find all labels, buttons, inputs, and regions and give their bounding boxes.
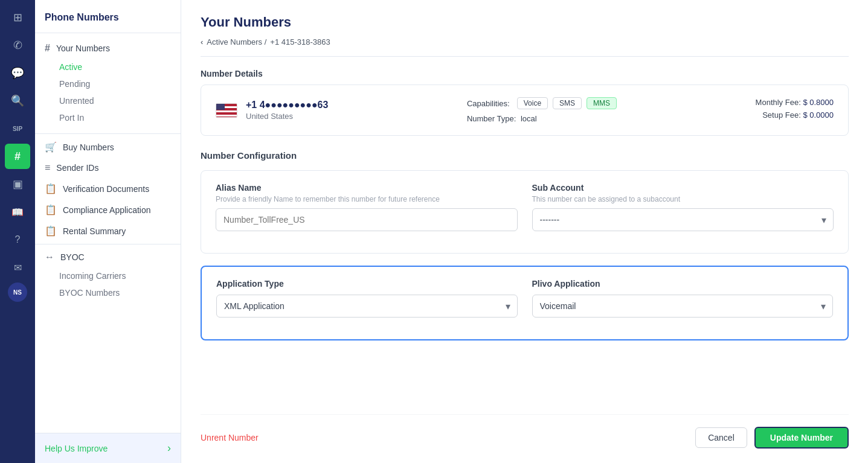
sip-icon[interactable]: SIP [5,116,30,141]
phone-number-text: +1 4●●●●●●●●●63 [246,100,328,110]
number-info: +1 4●●●●●●●●●63 United States [216,100,328,121]
config-row-1: Alias Name Provide a friendly Name to re… [216,183,834,231]
number-details-label: Number Details [201,69,849,78]
alias-name-label: Alias Name [216,183,518,193]
sidebar-label-sender-ids: Sender IDs [56,163,98,173]
cancel-button[interactable]: Cancel [695,427,747,448]
sidebar-label-compliance-application: Compliance Application [63,205,151,215]
sub-account-field: Sub Account This number can be assigned … [532,183,834,231]
sidebar-item-buy-numbers[interactable]: 🛒 Buy Numbers [35,136,181,158]
alias-name-desc: Provide a friendly Name to remember this… [216,195,518,203]
breadcrumb-chevron[interactable]: ‹ [201,37,203,46]
number-type-value: local [521,114,537,123]
chat-icon[interactable]: 💬 [5,60,30,86]
doc-icon: 📋 [45,183,57,194]
application-type-label: Application Type [216,279,518,289]
senderid-icon: ≡ [45,162,50,173]
sidebar-title: Phone Numbers [35,0,181,33]
cart-icon: 🛒 [45,141,57,153]
phone-icon[interactable]: ✆ [5,33,30,58]
book-icon[interactable]: 📖 [5,199,30,225]
number-type-row: Number Type: local [467,114,617,123]
mail-icon[interactable]: ✉ [5,255,30,280]
sidebar-label-rental-summary: Rental Summary [63,226,126,236]
sub-account-select-wrapper: ------- [532,208,834,231]
application-type-field: Application Type XML Application HTTP SI… [216,279,518,318]
voice-badge: Voice [517,97,548,109]
breadcrumb: ‹ Active Numbers / +1 415-318-3863 [201,37,849,57]
plivo-application-select[interactable]: Voicemail Default [532,295,834,318]
footer-right: Cancel Update Number [695,427,849,449]
ns-icon[interactable]: NS [8,283,27,302]
sidebar-item-your-numbers[interactable]: # Your Numbers [35,38,181,59]
sidebar-item-rental-summary[interactable]: 📋 Rental Summary [35,220,181,241]
country-text: United States [246,112,328,121]
sub-account-desc: This number can be assigned to a subacco… [532,195,834,203]
capabilities-label: Capabilities: [467,99,510,108]
sidebar: Phone Numbers # Your Numbers Active Pend… [35,0,181,463]
rental-icon: 📋 [45,225,57,237]
grid-icon[interactable]: ⊞ [5,5,30,30]
number-configuration-label: Number Configuration [201,150,849,161]
sub-account-select[interactable]: ------- [532,208,834,231]
app-type-row: Application Type XML Application HTTP SI… [216,279,833,318]
sidebar-sub-byoc-numbers[interactable]: BYOC Numbers [35,284,181,301]
sidebar-item-sender-ids[interactable]: ≡ Sender IDs [35,158,181,178]
plivo-application-label: Plivo Application [532,279,834,289]
setup-fee-value: $ 0.0000 [803,110,834,120]
application-type-select[interactable]: XML Application HTTP SIP [216,295,518,318]
page-title: Your Numbers [201,14,849,30]
sidebar-sub-pending[interactable]: Pending [35,75,181,92]
mms-badge: MMS [587,97,617,109]
setup-fee-label: Setup Fee: [762,110,801,120]
breadcrumb-number[interactable]: +1 415-318-3863 [270,37,330,46]
sidebar-item-verification-documents[interactable]: 📋 Verification Documents [35,178,181,199]
sidebar-sub-active[interactable]: Active [35,59,181,75]
sidebar-help[interactable]: Help Us Improve › [35,433,181,463]
number-type-label: Number Type: [467,114,516,123]
unrent-number-button[interactable]: Unrent Number [201,433,259,442]
sms-badge: SMS [553,97,582,109]
sub-account-label: Sub Account [532,183,834,193]
search-icon[interactable]: 🔍 [5,88,30,113]
sidebar-item-byoc[interactable]: ↔ BYOC [35,247,181,267]
plivo-application-field: Plivo Application Voicemail Default [532,279,834,318]
sidebar-item-compliance-application[interactable]: 📋 Compliance Application [35,199,181,220]
alias-name-field: Alias Name Provide a friendly Name to re… [216,183,518,231]
update-number-button[interactable]: Update Number [754,427,849,449]
compliance-icon: 📋 [45,204,57,216]
flag-us [216,103,237,118]
hash-icon[interactable]: # [5,144,30,169]
monthly-fee-value: $ 0.8000 [803,98,834,107]
main-content: Your Numbers ‹ Active Numbers / +1 415-3… [181,0,868,463]
sidebar-sub-port-in[interactable]: Port In [35,109,181,126]
capabilities-row: Capabilities: Voice SMS MMS [467,97,617,109]
sidebar-label-verification-documents: Verification Documents [63,184,149,194]
footer-actions: Unrent Number Cancel Update Number [201,414,849,449]
plivo-application-select-wrapper: Voicemail Default [532,295,834,318]
sidebar-label-byoc: BYOC [60,252,85,262]
application-type-card: Application Type XML Application HTTP SI… [201,266,849,340]
sidebar-sub-unrented[interactable]: Unrented [35,92,181,109]
icon-rail: ⊞ ✆ 💬 🔍 SIP # ▣ 📖 ? ✉ NS [0,0,35,463]
sidebar-sub-incoming-carriers[interactable]: Incoming Carriers [35,267,181,284]
number-details-card: +1 4●●●●●●●●●63 United States Capabiliti… [201,85,849,136]
sidebar-label-buy-numbers: Buy Numbers [63,142,114,152]
config-card: Alias Name Provide a friendly Name to re… [201,170,849,254]
alias-name-input[interactable] [216,208,518,231]
monthly-fee-row: Monthly Fee: $ 0.8000 [756,98,834,107]
breadcrumb-prefix[interactable]: Active Numbers / [207,37,266,46]
help-chevron-icon: › [167,442,171,455]
byoc-icon: ↔ [45,252,54,263]
capabilities-section: Capabilities: Voice SMS MMS Number Type:… [467,97,617,123]
setup-fee-row: Setup Fee: $ 0.0000 [756,110,834,120]
monthly-fee-label: Monthly Fee: [756,98,801,107]
hash-nav-icon: # [45,43,50,54]
fees-section: Monthly Fee: $ 0.8000 Setup Fee: $ 0.000… [756,98,834,123]
help-icon[interactable]: ? [5,227,30,252]
application-type-select-wrapper: XML Application HTTP SIP [216,295,518,318]
box-icon[interactable]: ▣ [5,171,30,197]
sidebar-label-your-numbers: Your Numbers [56,43,110,53]
help-us-improve-label: Help Us Improve [45,444,108,453]
